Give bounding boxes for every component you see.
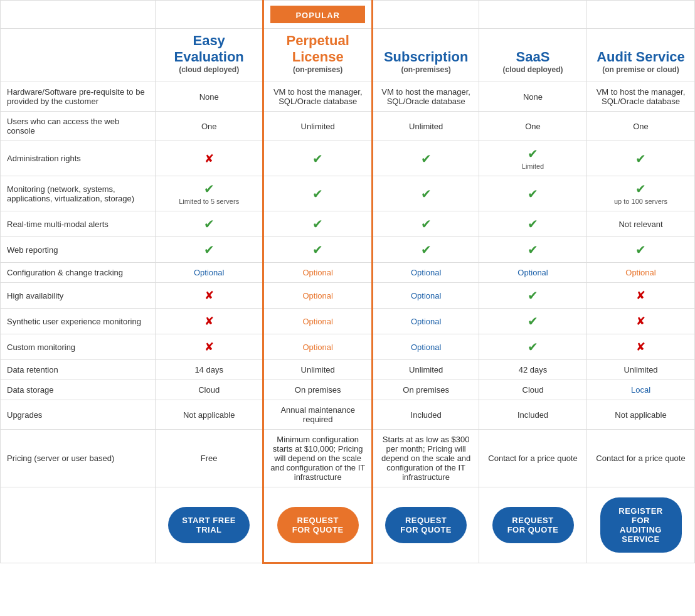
saas-value: 42 days [519,365,548,374]
audit-cell-5: ✔ [587,237,695,263]
eval-cross-icon: ✘ [204,315,214,327]
perpetual-value: On premises [295,385,341,395]
perpetual-check-icon: ✔ [312,152,323,166]
eval-cell-12: Not applicable [156,400,263,430]
feature-label-9: Custom monitoring [1,334,156,360]
perpetual-check-icon: ✔ [312,187,323,201]
eval-value: 14 days [194,365,223,374]
sub-check-icon: ✔ [421,152,432,166]
perpetual-cell-8: Optional [263,309,373,334]
sub-value: Starts at as low as $300 per month; Pric… [381,435,470,482]
audit-local: Local [631,385,650,395]
saas-plan-subtitle: (cloud deployed) [485,65,580,74]
eval-cell-7: ✘ [156,283,263,309]
eval-value: Not applicable [183,410,235,420]
perpetual-plan-header: Perpetual License (on-premises) [263,29,373,82]
eval-value: None [199,92,219,102]
sub-cell-12: Included [373,400,479,430]
saas-cell-11: Cloud [479,380,587,400]
sub-cell-13: Starts at as low as $300 per month; Pric… [373,430,479,487]
audit-check-icon: ✔ [635,243,646,257]
feature-header [1,1,156,29]
saas-check-icon: ✔ [528,314,538,328]
audit-cell-2: ✔ [587,141,695,176]
feature-label-4: Real-time multi-modal alerts [1,211,156,237]
eval-cell-11: Cloud [156,380,263,400]
eval-value: One [201,122,217,131]
saas-value: None [523,92,543,102]
eval-cell-4: ✔ [156,211,263,237]
saas-cell-0: None [479,82,587,112]
saas-check-icon: ✔ [528,289,538,302]
saas-cell-2: ✔Limited [479,141,587,176]
eval-optional: Optional [194,268,224,277]
audit-cell-13: Contact for a price quote [587,430,695,487]
saas-cell-3: ✔ [479,176,587,211]
audit-value: Not relevant [618,220,662,229]
sub-plan-subtitle: (on-premises) [379,65,472,74]
audit-cell-7: ✘ [587,283,695,309]
saas-request-quote-button[interactable]: REQUEST FOR QUOTE [492,507,574,543]
eval-value: Cloud [198,385,220,395]
saas-check-icon: ✔ [528,340,538,354]
audit-value: One [633,122,649,131]
eval-value: Free [201,454,218,463]
perpetual-cell-1: Unlimited [263,112,373,141]
eval-check-icon: ✔ [204,243,215,257]
sub-value: Unlimited [409,365,443,374]
feature-label-2: Administration rights [1,141,156,176]
feature-label-7: High availability [1,283,156,309]
eval-cell-8: ✘ [156,309,263,334]
saas-cell-5: ✔ [479,237,587,263]
sub-btn-cell: REQUEST FOR QUOTE [373,487,479,563]
audit-value: Unlimited [623,365,657,374]
perpetual-check-icon: ✔ [312,243,323,257]
audit-plan-subtitle: (on premise or cloud) [593,65,688,74]
sub-cell-4: ✔ [373,211,479,237]
feature-label-3: Monitoring (network, systems, applicatio… [1,176,156,211]
feature-label-6: Configuration & change tracking [1,263,156,283]
perpetual-request-quote-button[interactable]: REQUEST FOR QUOTE [277,507,359,543]
sub-request-quote-button[interactable]: REQUEST FOR QUOTE [385,507,467,543]
perpetual-optional: Optional [302,317,332,326]
eval-start-trial-button[interactable]: START FREE TRIAL [168,507,250,543]
sub-optional: Optional [411,268,441,277]
sub-plan-title: Subscription [379,49,472,65]
perpetual-value: Minimum configuration starts at $10,000;… [270,435,365,482]
sub-cell-0: VM to host the manager, SQL/Oracle datab… [373,82,479,112]
perpetual-value: Unlimited [301,365,335,374]
audit-cross-icon: ✘ [636,315,645,327]
audit-cell-8: ✘ [587,309,695,334]
audit-value: VM to host the manager, SQL/Oracle datab… [597,87,686,106]
saas-plan-header: SaaS (cloud deployed) [479,29,587,82]
sub-cell-7: Optional [373,283,479,309]
eval-cell-2: ✘ [156,141,263,176]
sub-cell-10: Unlimited [373,360,479,380]
saas-btn-cell: REQUEST FOR QUOTE [479,487,587,563]
perpetual-value: VM to host the manager, SQL/Oracle datab… [273,87,363,106]
eval-check-icon: ✔ [204,182,215,196]
saas-check-icon: ✔ [528,243,538,257]
saas-value: One [525,122,541,131]
sub-cell-2: ✔ [373,141,479,176]
perpetual-optional: Optional [302,291,332,300]
sub-check-icon: ✔ [421,217,432,231]
eval-cross-icon: ✘ [204,289,214,302]
feature-label-0: Hardware/Software pre-requisite to be pr… [1,82,156,112]
audit-check-icon: ✔ [635,182,646,196]
perpetual-cell-12: Annual maintenance required [263,400,373,430]
perpetual-optional: Optional [302,343,332,352]
audit-cell-9: ✘ [587,334,695,360]
audit-btn-cell: REGISTER FOR AUDITING SERVICE [587,487,695,563]
perpetual-cell-10: Unlimited [263,360,373,380]
saas-value: Contact for a price quote [488,454,577,463]
perpetual-cell-6: Optional [263,263,373,283]
audit-register-button[interactable]: REGISTER FOR AUDITING SERVICE [600,497,682,553]
perpetual-plan-title: Perpetual License [270,33,365,65]
perpetual-cell-11: On premises [263,380,373,400]
audit-cross-icon: ✘ [636,289,645,302]
audit-cell-6: Optional [587,263,695,283]
saas-cell-8: ✔ [479,309,587,334]
perpetual-cell-3: ✔ [263,176,373,211]
eval-cell-3: ✔Limited to 5 servers [156,176,263,211]
